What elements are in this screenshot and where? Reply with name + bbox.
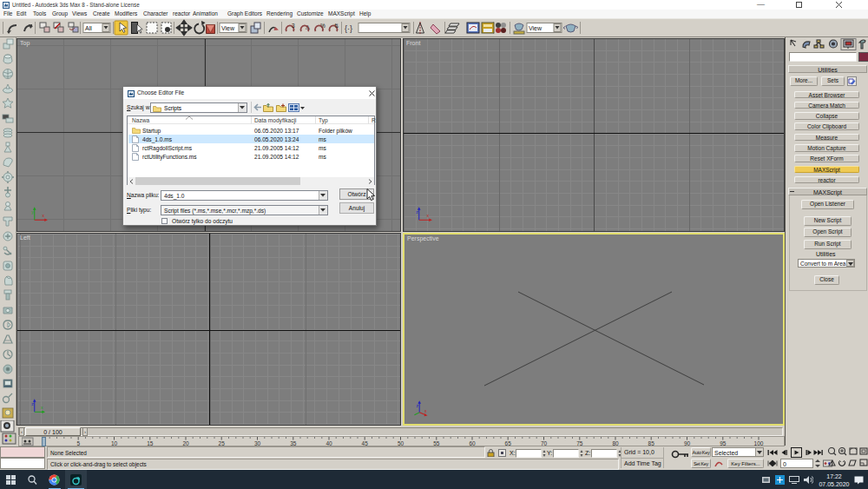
- svg-text:z: z: [416, 209, 418, 215]
- svg-text:50: 50: [398, 440, 404, 446]
- svg-text:25: 25: [219, 440, 226, 446]
- svg-text:△: △: [306, 23, 310, 30]
- svg-text:45: 45: [362, 440, 369, 446]
- svg-text:x: x: [41, 405, 43, 410]
- svg-text:80: 80: [612, 440, 619, 446]
- svg-text:y: y: [31, 209, 34, 215]
- svg-text:85: 85: [648, 440, 655, 446]
- svg-text:40: 40: [326, 440, 332, 446]
- svg-text:75: 75: [576, 440, 583, 446]
- svg-text:15: 15: [147, 440, 154, 446]
- svg-text:{·}: {·}: [345, 24, 352, 33]
- svg-text:x: x: [42, 213, 44, 218]
- svg-text:60: 60: [469, 440, 476, 446]
- svg-text:3: 3: [292, 23, 295, 29]
- svg-text:65: 65: [505, 440, 512, 446]
- svg-text:z: z: [417, 403, 419, 408]
- svg-text:35: 35: [290, 440, 297, 446]
- svg-text:%: %: [320, 23, 326, 29]
- svg-text:55: 55: [433, 440, 440, 446]
- svg-text:View: View: [221, 25, 235, 31]
- svg-text:10: 10: [111, 440, 118, 446]
- svg-text:x: x: [426, 213, 429, 218]
- svg-text:x: x: [424, 408, 427, 413]
- svg-text:30: 30: [254, 440, 261, 446]
- svg-text:90: 90: [684, 440, 691, 446]
- svg-text:100: 100: [754, 440, 764, 446]
- svg-text:⇅: ⇅: [334, 23, 339, 29]
- svg-text:All: All: [85, 25, 92, 31]
- svg-text:View: View: [529, 25, 542, 31]
- svg-text:70: 70: [541, 440, 548, 446]
- svg-text:95: 95: [720, 440, 727, 446]
- svg-text:07.05.2020: 07.05.2020: [819, 481, 849, 487]
- svg-text:5: 5: [76, 440, 80, 446]
- svg-text:z: z: [31, 401, 34, 406]
- svg-text:20: 20: [182, 440, 189, 446]
- svg-text:17:22: 17:22: [826, 473, 842, 479]
